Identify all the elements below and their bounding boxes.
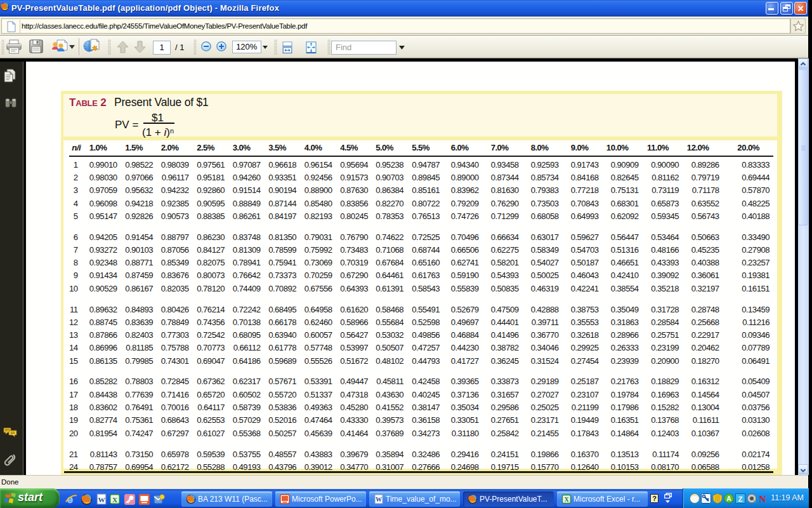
svg-text:W: W — [98, 496, 105, 504]
svg-text:N: N — [759, 494, 766, 504]
svg-text:X: X — [564, 496, 569, 503]
svg-text:X: X — [112, 496, 117, 504]
svg-text:Z: Z — [738, 495, 742, 503]
svg-text:A: A — [726, 495, 731, 502]
svg-text:W: W — [376, 496, 382, 503]
